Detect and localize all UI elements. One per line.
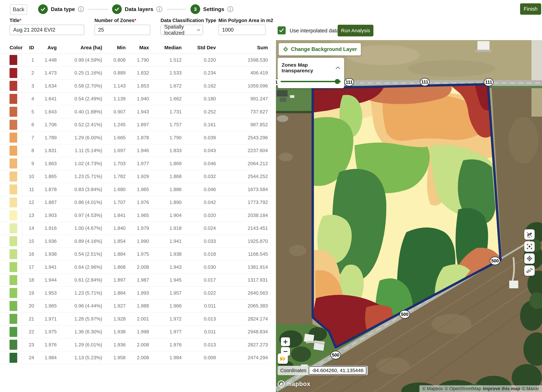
zone-color <box>10 68 17 78</box>
svg-text:111: 111 <box>485 80 492 85</box>
cell-max: 1.790 <box>127 57 150 63</box>
measure-tool-button[interactable] <box>524 229 535 240</box>
info-icon[interactable] <box>156 6 163 12</box>
cell-stddev: 0.039 <box>183 135 217 140</box>
cell-sum: 2948.834 <box>217 329 269 334</box>
step-connector <box>88 9 108 10</box>
table-row: 101.8651.23 (5.71%)1.7821.9291.8680.0322… <box>0 170 271 183</box>
boundary-tool-button[interactable] <box>278 353 288 364</box>
zone-color <box>10 172 17 181</box>
cell-sum: 406.419 <box>217 70 269 76</box>
cell-area: 1.11 (5.14%) <box>58 148 103 153</box>
zone-color-swatch <box>0 353 22 363</box>
cell-area: 0.52 (2.41%) <box>58 122 103 127</box>
cell-avg: 1.936 <box>35 238 58 244</box>
step-1-circle[interactable] <box>38 4 48 14</box>
cell-area: 1.23 (5.71%) <box>58 290 103 296</box>
mapbox-logo-icon <box>278 380 285 388</box>
interpolated-checkbox[interactable] <box>278 26 286 34</box>
zone-color <box>10 314 17 324</box>
focus-frame-icon <box>526 243 533 250</box>
step-3-circle[interactable]: 3 <box>190 4 200 14</box>
zone-color <box>10 146 17 156</box>
cell-sum: 2824.174 <box>217 316 269 322</box>
zoom-in-button[interactable]: + <box>281 337 290 346</box>
back-button[interactable]: Back <box>10 4 27 15</box>
info-icon[interactable] <box>227 6 234 12</box>
cell-median: 1.941 <box>150 238 183 244</box>
cell-area: 0.96 (4.44%) <box>58 303 103 309</box>
locate-me-button[interactable] <box>524 253 535 264</box>
info-icon[interactable] <box>78 6 84 12</box>
cell-max: 1.977 <box>127 161 150 166</box>
cell-stddev: 0.011 <box>183 303 217 309</box>
coordinates-value[interactable]: -84.604260, 41.135446 <box>309 366 366 375</box>
title-label: Title* <box>10 18 21 23</box>
zone-color <box>10 301 17 311</box>
center-field-button[interactable] <box>524 241 535 252</box>
change-background-layer-button[interactable]: Change Background Layer <box>279 43 361 55</box>
attribution-mapbox[interactable]: © Mapbox <box>423 386 443 391</box>
cell-area: 0.89 (4.16%) <box>58 238 103 244</box>
finish-button[interactable]: Finish <box>520 3 541 15</box>
cell-avg: 1.865 <box>35 174 58 179</box>
ruler-slash-icon <box>526 231 533 238</box>
chevron-up-icon[interactable] <box>335 66 341 70</box>
cell-sum: 2038.184 <box>217 213 269 218</box>
satellite-map[interactable]: 111 111 111 111 500 500 500 Change Backg… <box>276 40 542 392</box>
cell-sum: 1925.870 <box>217 238 269 244</box>
cell-area: 0.97 (4.53%) <box>58 213 103 218</box>
transparency-slider-knob[interactable] <box>335 79 340 84</box>
zone-color-swatch <box>0 81 22 91</box>
cell-max: 1.993 <box>127 290 150 296</box>
step-2-circle[interactable] <box>112 4 122 14</box>
transparency-slider[interactable] <box>281 81 341 82</box>
toggle-3d-button[interactable]: 3D <box>524 265 535 276</box>
table-row: 91.8631.02 (4.73%)1.7031.9771.8690.04620… <box>0 157 271 170</box>
transparency-label: Zones Map transparency <box>282 62 335 74</box>
min-area-input[interactable]: 1000 <box>218 25 266 35</box>
header-min: Min <box>103 45 127 50</box>
cell-median: 1.662 <box>150 96 183 101</box>
cell-max: 1.832 <box>127 70 150 76</box>
improve-this-map-link[interactable]: Improve this map <box>483 386 520 391</box>
cell-area: 1.36 (6.30%) <box>58 329 103 334</box>
cell-sum: 1381.914 <box>217 264 269 270</box>
run-analysis-button[interactable]: Run Analysis <box>338 25 374 37</box>
cell-median: 1.943 <box>150 264 183 270</box>
title-input[interactable]: Aug 21 2024 EVI2 <box>10 25 84 35</box>
zones-count-input[interactable]: 25 <box>94 25 150 35</box>
cell-id: 12 <box>22 200 35 205</box>
zone-color-swatch <box>0 197 22 207</box>
cell-min: 1.680 <box>103 187 127 192</box>
gps-locate-icon <box>526 255 533 262</box>
cell-id: 9 <box>22 161 35 166</box>
zone-color <box>10 81 17 91</box>
step-connector <box>167 9 186 10</box>
cell-area: 0.86 (4.01%) <box>58 200 103 205</box>
cell-area: 1.02 (4.73%) <box>58 161 103 166</box>
cell-avg: 1.976 <box>35 342 58 348</box>
cell-avg: 1.953 <box>35 290 58 296</box>
table-row: 131.9030.97 (4.53%)1.8411.9651.9040.0202… <box>0 209 271 222</box>
cell-stddev: 0.011 <box>183 329 217 334</box>
mapbox-logo[interactable]: mapbox <box>278 380 310 388</box>
cell-area: 0.54 (2.51%) <box>58 251 103 257</box>
table-column-divider <box>22 42 22 362</box>
zone-color <box>10 197 17 207</box>
table-row: 191.9531.23 (5.71%)1.8841.9931.9570.0222… <box>0 287 271 300</box>
attribution-maxar[interactable]: © Maxar <box>522 386 539 391</box>
classification-select[interactable]: Spatially localized <box>161 25 203 35</box>
cell-sum: 1317.931 <box>217 277 269 283</box>
zone-color <box>10 210 17 220</box>
check-icon <box>278 27 285 34</box>
attribution-osm[interactable]: © OpenStreetMap <box>445 386 481 391</box>
cell-median: 1.833 <box>150 148 183 153</box>
cell-min: 1.927 <box>103 303 127 309</box>
step-2-label: Data layers <box>125 6 153 12</box>
cell-median: 1.966 <box>150 303 183 309</box>
cell-sum: 2065.383 <box>217 303 269 309</box>
stepper: Data type Data layers 3 Settings <box>38 4 234 14</box>
cell-max: 1.988 <box>127 303 150 309</box>
cell-median: 1.886 <box>150 187 183 192</box>
